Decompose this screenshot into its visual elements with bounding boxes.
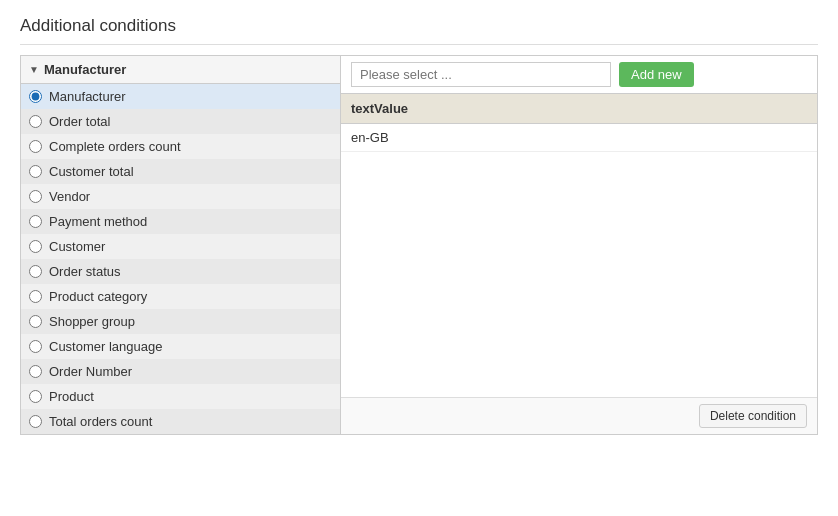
list-item[interactable]: Order total	[21, 109, 340, 134]
radio-label-shopper-group[interactable]: Shopper group	[49, 314, 135, 329]
chevron-down-icon: ▼	[29, 64, 39, 75]
main-content: ▼ Manufacturer Manufacturer Order total …	[20, 55, 818, 435]
radio-list: Manufacturer Order total Complete orders…	[21, 84, 340, 434]
radio-customer-language[interactable]	[29, 340, 42, 353]
right-bottom-bar: Delete condition	[341, 397, 817, 434]
list-item[interactable]: Order Number	[21, 359, 340, 384]
radio-label-order-total[interactable]: Order total	[49, 114, 110, 129]
radio-vendor[interactable]	[29, 190, 42, 203]
table-cell-value: en-GB	[341, 124, 817, 152]
radio-total-orders-count[interactable]	[29, 415, 42, 428]
radio-label-complete-orders-count[interactable]: Complete orders count	[49, 139, 181, 154]
dropdown-header-label: Manufacturer	[44, 62, 126, 77]
radio-complete-orders-count[interactable]	[29, 140, 42, 153]
list-item[interactable]: Product	[21, 384, 340, 409]
table-area: textValue en-GB	[341, 94, 817, 397]
radio-product[interactable]	[29, 390, 42, 403]
radio-label-order-number[interactable]: Order Number	[49, 364, 132, 379]
radio-label-payment-method[interactable]: Payment method	[49, 214, 147, 229]
list-item[interactable]: Shopper group	[21, 309, 340, 334]
list-item[interactable]: Payment method	[21, 209, 340, 234]
select-input[interactable]	[351, 62, 611, 87]
page-title: Additional conditions	[20, 16, 818, 45]
data-table: textValue en-GB	[341, 94, 817, 152]
right-panel: Add new textValue en-GB	[341, 56, 817, 434]
list-item[interactable]: Product category	[21, 284, 340, 309]
radio-order-number[interactable]	[29, 365, 42, 378]
list-item[interactable]: Vendor	[21, 184, 340, 209]
radio-label-vendor[interactable]: Vendor	[49, 189, 90, 204]
radio-label-product-category[interactable]: Product category	[49, 289, 147, 304]
radio-label-customer-total[interactable]: Customer total	[49, 164, 134, 179]
radio-manufacturer[interactable]	[29, 90, 42, 103]
radio-label-manufacturer[interactable]: Manufacturer	[49, 89, 126, 104]
list-item[interactable]: Total orders count	[21, 409, 340, 434]
radio-label-product[interactable]: Product	[49, 389, 94, 404]
right-top-bar: Add new	[341, 56, 817, 94]
radio-label-order-status[interactable]: Order status	[49, 264, 121, 279]
delete-condition-button[interactable]: Delete condition	[699, 404, 807, 428]
list-item[interactable]: Customer total	[21, 159, 340, 184]
list-item[interactable]: Complete orders count	[21, 134, 340, 159]
radio-shopper-group[interactable]	[29, 315, 42, 328]
list-item[interactable]: Order status	[21, 259, 340, 284]
table-header-text-value: textValue	[341, 94, 817, 124]
radio-label-customer[interactable]: Customer	[49, 239, 105, 254]
radio-product-category[interactable]	[29, 290, 42, 303]
dropdown-header[interactable]: ▼ Manufacturer	[21, 56, 340, 84]
list-item[interactable]: Customer language	[21, 334, 340, 359]
list-item[interactable]: Manufacturer	[21, 84, 340, 109]
radio-payment-method[interactable]	[29, 215, 42, 228]
radio-label-total-orders-count[interactable]: Total orders count	[49, 414, 152, 429]
radio-label-customer-language[interactable]: Customer language	[49, 339, 162, 354]
table-row: en-GB	[341, 124, 817, 152]
radio-customer[interactable]	[29, 240, 42, 253]
add-new-button[interactable]: Add new	[619, 62, 694, 87]
radio-order-status[interactable]	[29, 265, 42, 278]
page-container: Additional conditions ▼ Manufacturer Man…	[0, 0, 838, 451]
list-item[interactable]: Customer	[21, 234, 340, 259]
left-panel: ▼ Manufacturer Manufacturer Order total …	[21, 56, 341, 434]
radio-customer-total[interactable]	[29, 165, 42, 178]
radio-order-total[interactable]	[29, 115, 42, 128]
